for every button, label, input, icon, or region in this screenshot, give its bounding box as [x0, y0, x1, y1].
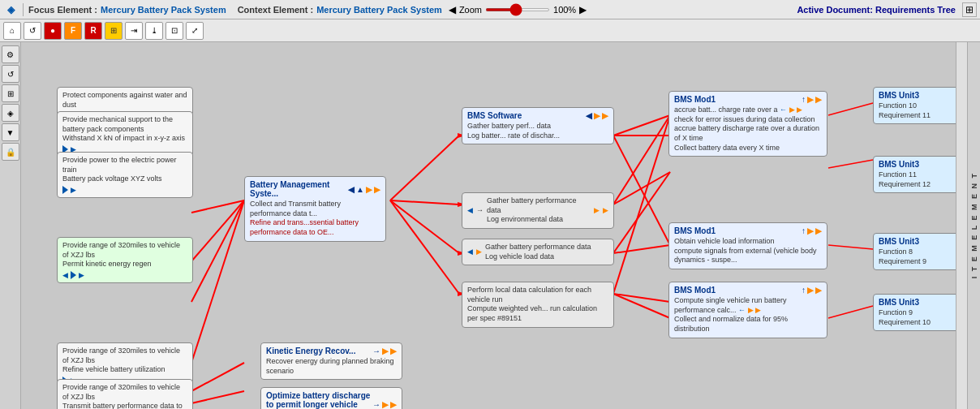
import-btn[interactable]: ⤓	[145, 22, 163, 40]
right-label-bar: I T E M E L E M E N T	[967, 42, 980, 409]
bms-sw-arr-tri1[interactable]: ▶	[594, 111, 600, 120]
unit3-2-title: BMS Unit3	[879, 160, 919, 169]
unit3-1-title: BMS Unit3	[879, 91, 919, 100]
zoom-back-btn[interactable]: ◀	[449, 4, 456, 15]
mod1-bot-arr-up[interactable]: ↑	[802, 286, 806, 295]
svg-line-7	[390, 200, 459, 204]
bms-mod1-bot: BMS Mod1 ↑ ▶ ▶ Compute single vehicle ru…	[668, 282, 827, 338]
svg-line-13	[613, 245, 670, 253]
mod1-mid-arr-up[interactable]: ↑	[802, 226, 806, 235]
left-tab-6[interactable]: 🔒	[2, 143, 19, 161]
opt-title: Optimize battery discharge to permit lon…	[266, 391, 371, 409]
opt-arr-tri1[interactable]: ▶	[382, 400, 389, 409]
svg-line-15	[613, 294, 670, 318]
bms-arr-up[interactable]: ▲	[356, 185, 364, 194]
svg-line-23	[828, 306, 873, 318]
context-label: Context Element :	[238, 5, 314, 15]
svg-line-14	[613, 294, 670, 302]
expand-btn[interactable]: ⤢	[186, 22, 204, 40]
sw-arr-left[interactable]: ◀	[467, 206, 473, 216]
svg-line-1	[191, 200, 244, 261]
svg-line-18	[613, 172, 670, 253]
mod1-top-arr-up[interactable]: ↑	[802, 95, 806, 104]
zoom-value: 100%	[553, 5, 576, 15]
mod1-top-arr-tri2[interactable]: ▶	[815, 95, 822, 104]
back-btn[interactable]: ↺	[24, 22, 41, 40]
bms-sw-arr-tri2[interactable]: ▶	[602, 111, 608, 120]
mod1-top-arr-tri1[interactable]: ▶	[807, 95, 814, 104]
vertical-scrollbar[interactable]	[956, 42, 967, 409]
app-icon[interactable]: ◈	[3, 2, 18, 17]
left-tab-3[interactable]: ⊞	[2, 84, 19, 102]
lp-node-3: Provide power to the electric power trai…	[57, 152, 193, 198]
ker-arr-tri1[interactable]: ▶	[382, 347, 389, 355]
context-element: Mercury Battery Pack System	[316, 5, 442, 15]
unit3-4-title: BMS Unit3	[879, 298, 919, 307]
bms-sw-arr-left[interactable]: ◀	[586, 111, 592, 120]
home-btn[interactable]: ⌂	[3, 22, 21, 40]
req-btn[interactable]: R	[84, 22, 102, 40]
left-tab-1[interactable]: ⚙	[2, 45, 19, 63]
mod1b-arr-tri1[interactable]: ▶	[748, 306, 754, 314]
main-canvas: Protect components against water and dus…	[21, 42, 967, 409]
svg-line-5	[191, 391, 244, 403]
sw-load-arr-tri[interactable]: ▶	[476, 248, 482, 257]
mod1t-arr-tri2[interactable]: ▶	[797, 105, 802, 114]
expand-4[interactable]: ▶	[79, 271, 84, 279]
ker-title: Kinetic Energy Recov...	[266, 347, 355, 355]
bms-software-node: BMS Software ◀ ▶ ▶ Gather battery perf..…	[462, 107, 614, 144]
svg-line-10	[613, 115, 670, 136]
svg-line-12	[613, 172, 670, 204]
opt-node: Optimize battery discharge to permit lon…	[260, 387, 402, 409]
bms-unit3-4: BMS Unit3 Function 9Requirement 10	[873, 294, 967, 331]
sw-arr-tri[interactable]: ▶	[594, 206, 600, 216]
doc-icon[interactable]: ⊞	[962, 2, 977, 17]
focus-element: Mercury Battery Pack System	[101, 5, 226, 15]
svg-line-19	[613, 115, 670, 294]
mod1-mid-arr-tri1[interactable]: ▶	[807, 226, 814, 235]
export-btn[interactable]: ⇥	[125, 22, 143, 40]
mod1-mid-arr-tri2[interactable]: ▶	[815, 226, 822, 235]
left-tab-5[interactable]: ▼	[2, 123, 19, 141]
bms-sw-calc-node: Perform local data calculation for each …	[462, 282, 614, 328]
mod1-bot-arr-tri1[interactable]: ▶	[807, 286, 814, 295]
func-btn[interactable]: F	[64, 22, 82, 40]
bms-sw-load-node: ◀ ▶ Gather battery performance dataLog v…	[462, 239, 614, 265]
arrow-right-3[interactable]	[62, 186, 68, 194]
expand-3[interactable]: ▶	[71, 186, 76, 194]
table-btn[interactable]: ⊞	[105, 22, 122, 40]
active-doc-label: Active Document: Requirements Tree	[797, 5, 956, 15]
left-tab-2[interactable]: ↺	[2, 65, 19, 83]
mod1t-arr-tri1[interactable]: ▶	[789, 105, 795, 114]
mod1-bot-arr-tri2[interactable]: ▶	[815, 286, 822, 295]
ker-arr-tri2[interactable]: ▶	[390, 347, 397, 355]
bms-mod1-top: BMS Mod1 ↑ ▶ ▶ accrue batt... charge rat…	[668, 91, 827, 157]
fit-btn[interactable]: ⊡	[165, 22, 183, 40]
arrow-right-4[interactable]	[71, 271, 76, 279]
focus-label: Focus Element :	[28, 5, 97, 15]
opt-arr-tri2[interactable]: ▶	[390, 400, 397, 409]
bms-mod1-mid: BMS Mod1 ↑ ▶ ▶ Obtain vehicle load infor…	[668, 222, 827, 269]
bms-arr-left[interactable]: ◀	[348, 185, 355, 194]
ker-arr-right[interactable]: →	[372, 347, 380, 355]
bms-unit3-2: BMS Unit3 Function 11Requirement 12	[873, 156, 967, 193]
mod1b-arr-tri2[interactable]: ▶	[755, 306, 761, 314]
record-btn[interactable]: ●	[44, 22, 62, 40]
zoom-slider[interactable]	[485, 8, 550, 11]
left-tab-4[interactable]: ◈	[2, 104, 19, 122]
right-label-text: I T E M E L E M E N T	[970, 172, 978, 278]
bms-arr-tri[interactable]: ▶	[374, 185, 380, 194]
left-tab-bar: ⚙ ↺ ⊞ ◈ ▼ 🔒	[0, 42, 21, 409]
opt-arr-right[interactable]: →	[372, 400, 380, 409]
sw-arr-tri2[interactable]: ▶	[603, 206, 608, 216]
secondary-toolbar: ⌂ ↺ ● F R ⊞ ⇥ ⤓ ⊡ ⤢	[0, 19, 980, 42]
sw-load-arr-left[interactable]: ◀	[467, 248, 473, 257]
svg-line-22	[828, 245, 873, 249]
svg-line-17	[613, 115, 670, 204]
bms-mod1-mid-title: BMS Mod1	[674, 226, 716, 235]
bms-arr-right-tri[interactable]: ▶	[366, 185, 372, 194]
arr-left-4[interactable]: ◀	[62, 271, 68, 279]
zoom-fwd-btn[interactable]: ▶	[579, 4, 587, 15]
bms-unit3-3: BMS Unit3 Function 8Requirement 9	[873, 233, 967, 270]
bms-title: Battery Management Syste...	[250, 180, 346, 198]
